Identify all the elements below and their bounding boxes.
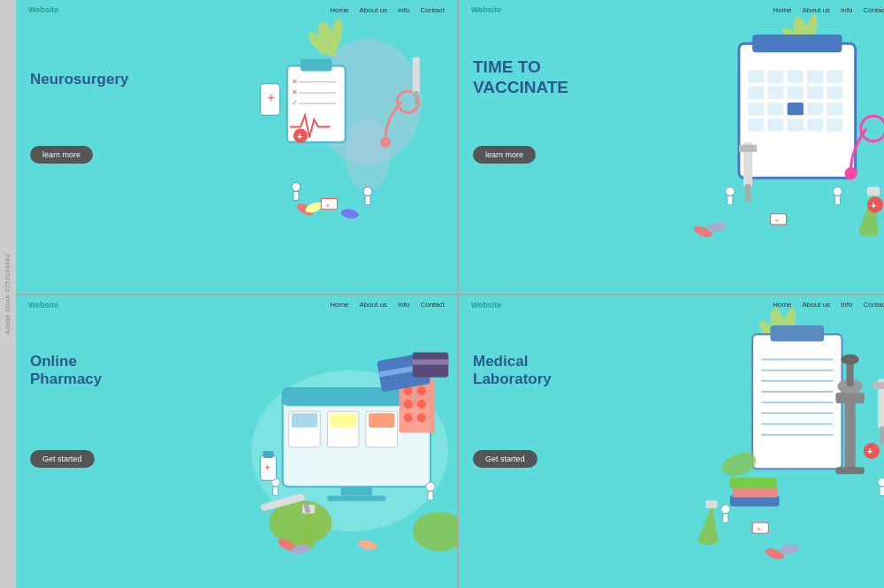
svg-text:+: + <box>774 217 779 225</box>
nav-home-1[interactable]: Home <box>330 6 348 14</box>
brand-vaccinate: Website <box>471 5 501 14</box>
svg-rect-41 <box>767 87 783 99</box>
svg-rect-35 <box>748 71 764 83</box>
svg-rect-60 <box>866 187 879 195</box>
nav-info-4[interactable]: Info <box>841 301 852 309</box>
svg-point-87 <box>403 413 412 422</box>
nav-about-1[interactable]: About us <box>360 6 388 14</box>
nav-contact-1[interactable]: Contact <box>420 6 445 14</box>
nav-about-3[interactable]: About us <box>360 301 388 309</box>
svg-rect-48 <box>807 103 823 115</box>
title-neurosurgery: Neurosurgery <box>30 71 128 88</box>
svg-rect-56 <box>745 184 751 202</box>
btn-pharmacy[interactable]: Get started <box>30 450 95 468</box>
nav-contact-3[interactable]: Contact <box>420 301 445 309</box>
btn-vaccinate[interactable]: learn more <box>473 146 536 164</box>
svg-point-23 <box>340 208 360 220</box>
svg-rect-138 <box>722 513 728 522</box>
svg-rect-47 <box>787 103 803 115</box>
svg-point-26 <box>363 187 372 195</box>
svg-point-139 <box>878 477 884 486</box>
panel-vaccinate: Website Home About us Info Contact TIME … <box>459 0 884 294</box>
svg-text:+: + <box>297 132 302 141</box>
svg-text:+: + <box>264 462 270 472</box>
svg-rect-75 <box>327 495 385 500</box>
svg-text:+: + <box>325 202 330 210</box>
brand-laboratory: Website <box>471 301 501 309</box>
nav-info-1[interactable]: Info <box>398 6 409 14</box>
svg-rect-53 <box>807 118 823 131</box>
btn-laboratory[interactable]: Get started <box>473 450 537 468</box>
nav-contact-2[interactable]: Contact <box>863 6 884 14</box>
svg-point-1 <box>345 119 390 191</box>
svg-rect-43 <box>807 87 823 99</box>
nav-contact-4[interactable]: Contact <box>863 301 884 309</box>
adobe-watermark-text: Adobe Stock #252044980 <box>5 254 11 335</box>
svg-rect-77 <box>291 413 316 427</box>
svg-point-100 <box>357 538 378 552</box>
nav-pharmacy: Website Home About us Info Contact <box>16 295 457 315</box>
svg-rect-133 <box>705 500 717 508</box>
panel-laboratory: Website Home About us Info Contact Medic… <box>459 295 884 589</box>
svg-rect-66 <box>727 195 732 204</box>
svg-point-94 <box>412 511 457 551</box>
nav-home-4[interactable]: Home <box>773 301 791 309</box>
svg-rect-79 <box>330 413 355 427</box>
svg-rect-46 <box>767 103 783 115</box>
svg-text:+: + <box>757 525 761 533</box>
svg-text:✕: ✕ <box>291 78 297 86</box>
svg-rect-49 <box>827 103 842 115</box>
illustration-pharmacy: + <box>171 295 457 589</box>
nav-neurosurgery: Website Home About us Info Contact <box>16 0 457 19</box>
nav-laboratory: Website Home About us Info Contact <box>459 295 884 315</box>
svg-point-137 <box>720 504 729 513</box>
svg-rect-34 <box>752 34 842 52</box>
svg-rect-122 <box>835 393 864 403</box>
svg-rect-27 <box>365 195 370 204</box>
svg-rect-39 <box>827 71 842 83</box>
svg-text:✕: ✕ <box>291 88 297 96</box>
illustration-neurosurgery: + ✕ ✕ ✓ + <box>171 0 457 294</box>
svg-rect-68 <box>834 195 840 204</box>
svg-rect-36 <box>767 71 783 83</box>
nav-home-3[interactable]: Home <box>330 301 348 309</box>
svg-rect-140 <box>880 486 884 495</box>
svg-rect-52 <box>787 118 803 131</box>
svg-point-103 <box>426 482 435 491</box>
svg-rect-40 <box>748 87 764 99</box>
svg-rect-106 <box>263 450 273 457</box>
nav-home-2[interactable]: Home <box>773 6 791 14</box>
nav-about-4[interactable]: About us <box>803 301 831 309</box>
svg-rect-37 <box>787 71 803 83</box>
svg-point-59 <box>844 167 857 179</box>
svg-rect-18 <box>414 91 417 104</box>
svg-rect-6 <box>301 58 332 71</box>
brand-pharmacy: Website <box>28 301 58 309</box>
title-vaccinate: TIME TOVACCINATE <box>473 57 568 98</box>
svg-rect-38 <box>807 71 823 83</box>
nav-info-2[interactable]: Info <box>841 6 852 14</box>
svg-rect-50 <box>748 118 764 131</box>
svg-rect-131 <box>880 426 884 444</box>
svg-rect-132 <box>873 381 884 388</box>
nav-about-2[interactable]: About us <box>803 6 831 14</box>
svg-rect-92 <box>412 359 448 364</box>
svg-rect-104 <box>428 491 433 500</box>
btn-neurosurgery[interactable]: learn more <box>30 146 93 164</box>
svg-rect-25 <box>293 191 299 200</box>
svg-rect-102 <box>272 486 278 495</box>
svg-point-65 <box>725 187 734 195</box>
svg-point-58 <box>860 116 884 141</box>
svg-point-125 <box>841 354 858 364</box>
adobe-watermark-bar: Adobe Stock #252044980 <box>0 0 16 588</box>
svg-text:✓: ✓ <box>291 99 297 107</box>
svg-rect-17 <box>412 57 419 93</box>
nav-info-3[interactable]: Info <box>398 301 409 309</box>
svg-point-84 <box>416 386 425 394</box>
svg-rect-112 <box>770 325 824 340</box>
svg-rect-124 <box>846 361 853 386</box>
svg-point-24 <box>291 182 300 191</box>
title-laboratory: MedicalLaboratory <box>473 353 552 389</box>
svg-rect-81 <box>369 413 394 427</box>
illustration-laboratory: + + <box>613 295 884 589</box>
